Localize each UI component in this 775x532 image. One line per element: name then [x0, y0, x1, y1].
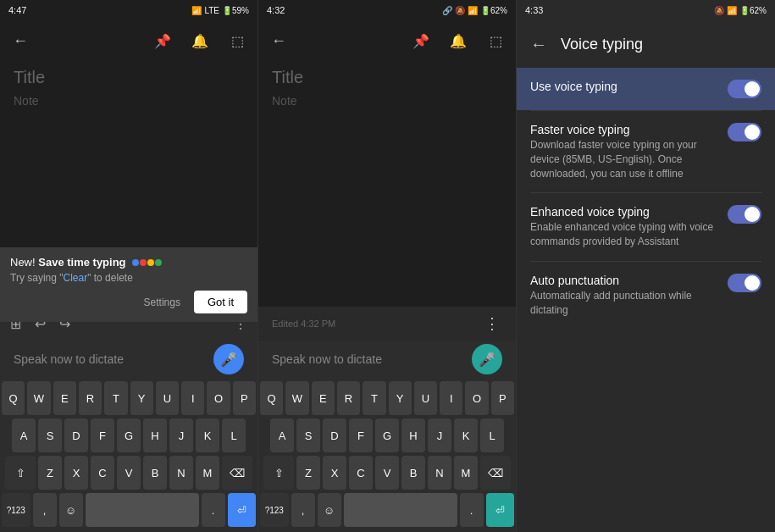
key-g-1[interactable]: G	[117, 418, 141, 452]
key-e-2[interactable]: E	[312, 381, 335, 415]
key-o-1[interactable]: O	[207, 381, 230, 415]
key-period-1[interactable]: .	[202, 493, 225, 527]
key-f-1[interactable]: F	[91, 418, 114, 452]
key-y-2[interactable]: Y	[389, 381, 412, 415]
key-i-2[interactable]: I	[440, 381, 462, 415]
key-space-1[interactable]	[86, 493, 199, 527]
key-h-1[interactable]: H	[143, 418, 167, 452]
key-period-2[interactable]: .	[460, 493, 484, 527]
key-q-1[interactable]: Q	[2, 381, 25, 415]
key-s-1[interactable]: S	[38, 418, 62, 452]
key-shift-1[interactable]: ⇧	[5, 456, 36, 490]
toggle-use-voice-typing[interactable]	[728, 80, 761, 98]
back-button-3[interactable]: ←	[530, 35, 547, 54]
key-t-1[interactable]: T	[104, 381, 127, 415]
key-k-1[interactable]: K	[196, 418, 219, 452]
mic-button-2[interactable]: 🎤	[472, 344, 502, 374]
key-emoji-2[interactable]: ☺	[318, 493, 341, 527]
key-m-1[interactable]: M	[196, 456, 219, 490]
status-icons-2: 🔗 🔕 📶 🔋62%	[442, 6, 507, 15]
key-a-1[interactable]: A	[12, 418, 36, 452]
key-e-1[interactable]: E	[53, 381, 76, 415]
key-t-2[interactable]: T	[363, 381, 385, 415]
key-u-2[interactable]: U	[414, 381, 437, 415]
key-p-1[interactable]: P	[233, 381, 256, 415]
key-m-2[interactable]: M	[454, 456, 478, 490]
key-f-2[interactable]: F	[349, 418, 373, 452]
key-j-2[interactable]: J	[428, 418, 451, 452]
key-j-1[interactable]: J	[169, 418, 193, 452]
toggle-enhanced-voice[interactable]	[728, 205, 761, 224]
archive-icon-1[interactable]: ⬚	[224, 27, 251, 54]
key-o-2[interactable]: O	[465, 381, 488, 415]
key-s-2[interactable]: S	[296, 418, 320, 452]
key-x-1[interactable]: X	[64, 456, 88, 490]
key-c-1[interactable]: C	[91, 456, 114, 490]
toggle-auto-punctuation[interactable]	[728, 274, 761, 292]
toggle-knob-3	[745, 275, 760, 291]
key-x-2[interactable]: X	[323, 456, 346, 490]
key-y-1[interactable]: Y	[130, 381, 153, 415]
key-enter-2[interactable]: ⏎	[486, 493, 515, 527]
key-num-2[interactable]: ?123	[260, 493, 289, 527]
status-bar-3: 4:33 🔕 📶 🔋62%	[517, 0, 775, 20]
key-q-2[interactable]: Q	[260, 381, 283, 415]
key-n-2[interactable]: N	[428, 456, 451, 490]
signal-icon: 📶	[191, 6, 202, 15]
key-h-2[interactable]: H	[401, 418, 425, 452]
key-n-1[interactable]: N	[169, 456, 193, 490]
key-comma-2[interactable]: ,	[291, 493, 315, 527]
key-r-2[interactable]: R	[337, 381, 360, 415]
notif-title: New! Save time typing	[10, 256, 247, 269]
key-space-2[interactable]	[344, 493, 457, 527]
key-d-1[interactable]: D	[64, 418, 88, 452]
key-r-1[interactable]: R	[79, 381, 102, 415]
key-c-2[interactable]: C	[349, 456, 373, 490]
key-w-1[interactable]: W	[27, 381, 50, 415]
key-backspace-2[interactable]: ⌫	[480, 456, 511, 490]
key-v-1[interactable]: V	[117, 456, 141, 490]
panel2: 4:32 🔗 🔕 📶 🔋62% ← 📌 🔔 ⬚ Title Note Edite…	[258, 0, 517, 532]
key-b-2[interactable]: B	[401, 456, 425, 490]
note-title-1[interactable]: Title	[14, 68, 244, 87]
note-title-2[interactable]: Title	[272, 68, 502, 87]
google-logo	[132, 259, 162, 266]
key-u-1[interactable]: U	[156, 381, 179, 415]
pin-icon-1[interactable]: 📌	[149, 27, 176, 54]
key-k-2[interactable]: K	[454, 418, 478, 452]
key-i-1[interactable]: I	[181, 381, 204, 415]
key-enter-1[interactable]: ⏎	[228, 493, 257, 527]
key-backspace-1[interactable]: ⌫	[222, 456, 252, 490]
key-v-2[interactable]: V	[375, 456, 399, 490]
back-button-2[interactable]: ←	[265, 27, 292, 54]
pin-icon-2[interactable]: 📌	[407, 27, 435, 54]
key-comma-1[interactable]: ,	[33, 493, 57, 527]
key-b-1[interactable]: B	[143, 456, 167, 490]
key-p-2[interactable]: P	[491, 381, 514, 415]
settings-button[interactable]: Settings	[137, 293, 187, 312]
archive-icon-2[interactable]: ⬚	[482, 27, 509, 54]
note-body-1[interactable]: Note	[14, 94, 244, 108]
key-g-2[interactable]: G	[375, 418, 399, 452]
more-icon-2[interactable]: ⋮	[479, 310, 506, 337]
note-body-2[interactable]: Note	[272, 94, 502, 108]
panel3: 4:33 🔕 📶 🔋62% ← Voice typing Use voice t…	[517, 0, 775, 532]
reminder-icon-2[interactable]: 🔔	[445, 27, 472, 54]
key-a-2[interactable]: A	[270, 418, 294, 452]
key-z-1[interactable]: Z	[38, 456, 62, 490]
key-l-1[interactable]: L	[222, 418, 246, 452]
key-num-1[interactable]: ?123	[2, 493, 30, 527]
key-l-2[interactable]: L	[480, 418, 504, 452]
back-button-1[interactable]: ←	[7, 27, 34, 54]
key-shift-2[interactable]: ⇧	[263, 456, 294, 490]
key-emoji-1[interactable]: ☺	[59, 493, 83, 527]
got-it-button[interactable]: Got it	[194, 291, 247, 313]
key-w-2[interactable]: W	[285, 381, 308, 415]
battery-icon-2: 🔋62%	[480, 6, 507, 15]
toggle-faster-voice[interactable]	[728, 123, 761, 141]
voice-bar-2: Speak now to dictate 🎤	[258, 341, 516, 378]
reminder-icon-1[interactable]: 🔔	[186, 27, 213, 54]
key-z-2[interactable]: Z	[296, 456, 320, 490]
mic-button-1[interactable]: 🎤	[213, 344, 244, 374]
key-d-2[interactable]: D	[323, 418, 346, 452]
